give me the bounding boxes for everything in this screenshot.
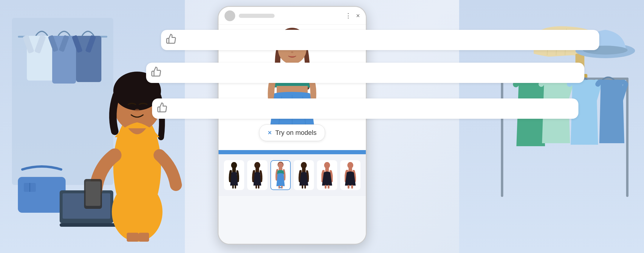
svg-point-37 (231, 162, 237, 169)
svg-rect-27 (139, 233, 149, 242)
svg-rect-56 (325, 185, 326, 189)
svg-point-32 (291, 51, 293, 53)
svg-rect-69 (501, 78, 503, 197)
phone-body: × Try on models (219, 25, 366, 244)
selection-indicator-bar (219, 150, 366, 154)
phone-header: ⋮ × (219, 7, 366, 25)
model-thumb-4[interactable] (294, 160, 314, 190)
model-figure-3 (275, 162, 286, 189)
svg-rect-44 (258, 185, 259, 189)
right-rack-illustration (495, 75, 644, 209)
svg-rect-40 (235, 185, 236, 189)
models-grid (219, 154, 366, 196)
menu-icon[interactable]: ⋮ (345, 12, 352, 20)
svg-rect-43 (256, 185, 257, 189)
model-figure-4 (298, 162, 309, 189)
svg-point-54 (324, 162, 330, 169)
like-bubble-1 (146, 63, 584, 83)
svg-rect-24 (86, 181, 100, 206)
close-icon[interactable]: × (356, 12, 360, 20)
model-thumb-2[interactable] (247, 160, 267, 190)
selected-indicator (279, 187, 282, 188)
svg-rect-70 (626, 78, 628, 197)
model-figure-5 (321, 162, 333, 189)
dislike-bubble (161, 30, 599, 50)
svg-point-50 (301, 162, 307, 169)
model-figure-2 (252, 162, 263, 189)
model-thumb-1[interactable] (224, 160, 244, 190)
svg-rect-52 (302, 185, 303, 189)
phone-avatar (225, 10, 235, 21)
svg-rect-11 (18, 177, 66, 213)
try-on-models-label: Try on models (275, 129, 317, 137)
model-figure-1 (228, 162, 240, 189)
svg-rect-53 (304, 185, 306, 189)
model-thumb-5[interactable] (317, 160, 337, 190)
svg-rect-60 (348, 185, 349, 189)
svg-point-58 (347, 162, 353, 169)
x-icon: × (268, 129, 272, 137)
svg-point-22 (135, 109, 140, 112)
main-scene: ⋮ × (0, 0, 644, 253)
svg-rect-61 (351, 185, 353, 189)
phone-title-bar (239, 14, 275, 18)
svg-rect-26 (127, 233, 139, 242)
model-figure-6 (345, 162, 356, 189)
phone-header-icons: ⋮ × (345, 12, 360, 20)
svg-point-41 (254, 162, 260, 169)
svg-rect-57 (328, 185, 329, 189)
model-thumb-6[interactable] (340, 160, 360, 190)
svg-rect-39 (232, 185, 234, 189)
model-thumb-3[interactable] (270, 160, 291, 190)
like-bubble-2 (152, 98, 578, 119)
try-on-models-button[interactable]: × Try on models (259, 124, 325, 141)
